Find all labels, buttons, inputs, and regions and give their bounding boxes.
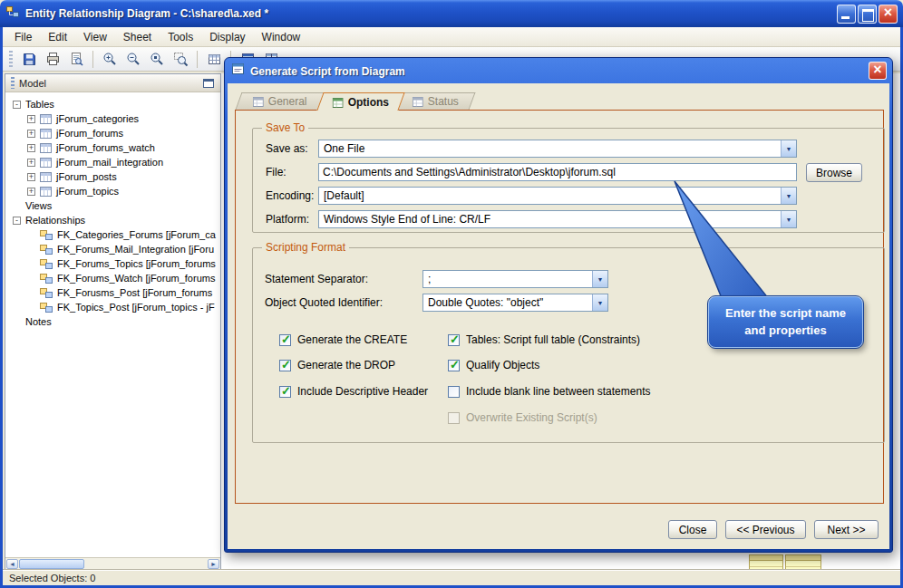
checkbox-box[interactable] bbox=[448, 334, 460, 346]
menu-bar: File Edit View Sheet Tools Display Windo… bbox=[3, 27, 900, 47]
menu-edit[interactable]: Edit bbox=[40, 28, 75, 46]
encoding-select[interactable]: [Default] bbox=[318, 187, 797, 205]
entity-row-divider bbox=[786, 566, 820, 567]
maximize-button[interactable] bbox=[858, 5, 877, 24]
tree-item-fk-forums-mail-integration[interactable]: FK_Forums_Mail_Integration [jForu bbox=[5, 242, 220, 256]
collapse-icon[interactable]: - bbox=[13, 217, 21, 225]
checkbox-box[interactable] bbox=[448, 360, 460, 371]
print-button[interactable] bbox=[42, 49, 63, 70]
print-preview-icon bbox=[69, 52, 84, 67]
tab-general[interactable]: General bbox=[236, 92, 325, 110]
chevron-down-icon[interactable] bbox=[781, 188, 796, 204]
object-quoted-identifier-select[interactable]: Double Quotes: "object" bbox=[422, 294, 608, 312]
print-preview-button[interactable] bbox=[65, 49, 87, 70]
tree-item-jforum-forums[interactable]: +jForum_forums bbox=[5, 126, 220, 140]
model-panel-header: Model bbox=[5, 74, 220, 92]
tree-item-fk-forusms-post[interactable]: FK_Forusms_Post [jForum_forums bbox=[5, 285, 220, 300]
expand-icon[interactable]: + bbox=[27, 115, 35, 123]
checkbox-box[interactable] bbox=[448, 386, 460, 398]
expand-icon[interactable]: + bbox=[27, 159, 35, 167]
checkbox-tables-script-full-table[interactable]: Tables: Script full table (Constraints) bbox=[448, 333, 640, 347]
table-grid-icon bbox=[207, 52, 222, 67]
checkbox-qualify-objects[interactable]: Qualify Objects bbox=[448, 358, 539, 372]
save-as-label: Save as: bbox=[266, 142, 308, 155]
chevron-down-icon[interactable] bbox=[592, 271, 607, 287]
tree-item-fk-forums-watch[interactable]: FK_Forums_Watch [jForum_forums bbox=[5, 271, 220, 285]
menu-file[interactable]: File bbox=[6, 28, 40, 46]
zoom-selection-button[interactable] bbox=[170, 49, 191, 70]
tree-item-views[interactable]: Views bbox=[5, 198, 220, 213]
tree-item-jforum-mail-integration[interactable]: +jForum_mail_integration bbox=[5, 155, 220, 169]
float-panel-icon[interactable] bbox=[203, 79, 214, 88]
menu-display[interactable]: Display bbox=[201, 28, 253, 46]
platform-value: Windows Style End of Line: CR/LF bbox=[319, 213, 781, 226]
checkbox-include-blank-line[interactable]: Include blank line between statements bbox=[448, 384, 650, 399]
platform-select[interactable]: Windows Style End of Line: CR/LF bbox=[318, 210, 797, 228]
window-titlebar: Entity Relationship Diagram - C:\shared\… bbox=[0, 0, 903, 27]
menu-view[interactable]: View bbox=[75, 28, 115, 46]
chevron-down-icon[interactable] bbox=[592, 294, 607, 311]
expand-icon[interactable]: + bbox=[27, 173, 35, 181]
app-icon bbox=[5, 5, 20, 23]
browse-button[interactable]: Browse bbox=[806, 163, 862, 182]
file-path-input[interactable] bbox=[318, 163, 797, 181]
save-as-select[interactable]: One File bbox=[318, 140, 797, 158]
tree-item-label: Relationships bbox=[25, 215, 85, 226]
tree-item-label: FK_Forums_Topics [jForum_forums bbox=[57, 258, 216, 269]
save-button[interactable] bbox=[18, 49, 40, 70]
expand-icon[interactable]: + bbox=[27, 144, 35, 152]
close-button[interactable] bbox=[879, 5, 898, 24]
tree-item-jforum-posts[interactable]: +jForum_posts bbox=[5, 169, 220, 184]
tree-item-jforum-forums-watch[interactable]: +jForum_forums_watch bbox=[5, 140, 220, 155]
tree-item-fk-forums-topics[interactable]: FK_Forums_Topics [jForum_forums bbox=[5, 256, 220, 271]
previous-button[interactable]: << Previous bbox=[725, 520, 806, 539]
checkbox-box[interactable] bbox=[279, 360, 291, 371]
tree-item-relationships[interactable]: -Relationships bbox=[5, 213, 220, 227]
tree-item-tables[interactable]: -Tables bbox=[5, 97, 220, 111]
tree-item-notes[interactable]: Notes bbox=[5, 314, 220, 329]
panel-grip-icon[interactable] bbox=[11, 77, 15, 89]
next-button[interactable]: Next >> bbox=[814, 520, 879, 539]
menu-sheet[interactable]: Sheet bbox=[115, 28, 160, 46]
menu-tools[interactable]: Tools bbox=[160, 28, 201, 46]
toolbar-grip[interactable] bbox=[9, 51, 13, 67]
minimize-button[interactable] bbox=[837, 5, 856, 24]
collapse-icon[interactable]: - bbox=[13, 101, 21, 109]
table-grid-button[interactable] bbox=[203, 49, 225, 70]
checkbox-generate-create[interactable]: Generate the CREATE bbox=[279, 333, 407, 347]
tree-item-jforum-categories[interactable]: +jForum_categories bbox=[5, 111, 220, 126]
checkbox-generate-drop[interactable]: Generate the DROP bbox=[279, 358, 395, 372]
expand-icon[interactable]: + bbox=[27, 130, 35, 138]
checkbox-box[interactable] bbox=[279, 334, 291, 346]
file-label: File: bbox=[266, 166, 286, 178]
tree-item-label: jForum_mail_integration bbox=[56, 157, 163, 168]
foreign-key-icon bbox=[40, 288, 53, 298]
tab-label: Options bbox=[348, 96, 389, 109]
checkbox-box[interactable] bbox=[279, 386, 291, 398]
checkbox-include-descriptive-header[interactable]: Include Descriptive Header bbox=[279, 384, 428, 399]
dialog-close-button[interactable] bbox=[869, 62, 887, 80]
zoom-in-button[interactable] bbox=[99, 49, 121, 70]
encoding-value: [Default] bbox=[319, 189, 781, 202]
scroll-left-button[interactable] bbox=[6, 559, 18, 569]
toolbar-separator bbox=[92, 51, 93, 68]
scroll-right-button[interactable] bbox=[208, 559, 219, 569]
tree-item-fk-categories-forums[interactable]: FK_Categories_Forums [jForum_ca bbox=[5, 227, 220, 242]
tree-item-jforum-topics[interactable]: +jForum_topics bbox=[5, 184, 220, 198]
dialog-titlebar: Generate Script from Diagram bbox=[231, 62, 865, 81]
horizontal-scrollbar[interactable] bbox=[5, 557, 220, 569]
chevron-down-icon[interactable] bbox=[781, 211, 796, 227]
object-quoted-identifier-label: Object Quoted Identifier: bbox=[265, 296, 383, 309]
statement-separator-select[interactable]: ; bbox=[422, 270, 608, 288]
zoom-actual-size-button[interactable] bbox=[146, 49, 168, 70]
chevron-down-icon[interactable] bbox=[781, 140, 796, 157]
object-quoted-identifier-value: Double Quotes: "object" bbox=[423, 296, 592, 309]
tab-options[interactable]: Options bbox=[316, 92, 404, 111]
scrollbar-thumb[interactable] bbox=[19, 559, 84, 569]
tab-status[interactable]: Status bbox=[397, 92, 476, 110]
menu-window[interactable]: Window bbox=[254, 28, 309, 46]
expand-icon[interactable]: + bbox=[27, 188, 35, 196]
close-dialog-button[interactable]: Close bbox=[668, 520, 717, 539]
tree-item-fk-topics-post[interactable]: FK_Topics_Post [jForum_topics - jF bbox=[5, 300, 220, 314]
zoom-out-button[interactable] bbox=[122, 49, 144, 70]
